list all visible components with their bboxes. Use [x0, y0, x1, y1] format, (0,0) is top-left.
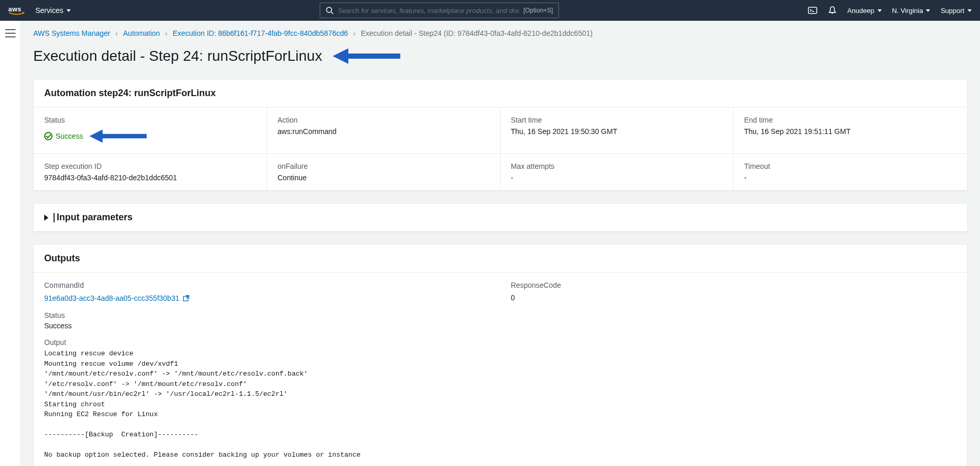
breadcrumb-link-systems-manager[interactable]: AWS Systems Manager: [33, 29, 110, 37]
start-time-cell: Start time Thu, 16 Sep 2021 19:50:30 GMT: [501, 108, 734, 154]
caret-down-icon: [926, 9, 930, 12]
input-parameters-title: Input parameters: [57, 212, 133, 223]
top-navigation: aws Services [Option+S] Anu: [0, 0, 980, 21]
annotation-arrow-icon: [333, 46, 400, 66]
onfailure-label: onFailure: [278, 162, 490, 170]
output-text-label: Output: [44, 338, 957, 347]
annotation-arrow-icon: [89, 127, 147, 145]
support-menu[interactable]: Support: [940, 7, 972, 15]
aws-logo-icon: aws: [8, 5, 27, 16]
hamburger-icon[interactable]: [5, 29, 16, 37]
commandid-link[interactable]: 91e6a0d3-acc3-4ad8-aa05-ccc355f30b31: [44, 294, 190, 302]
topnav-right: Anudeep N. Virginia Support: [808, 6, 972, 15]
step-execution-id-cell: Step execution ID 9784df43-0fa3-4afd-821…: [34, 154, 267, 190]
timeout-cell: Timeout -: [734, 154, 967, 190]
outputs-panel: Outputs CommandId 91e6a0d3-acc3-4ad8-aa0…: [33, 244, 968, 466]
breadcrumb: AWS Systems Manager › Automation › Execu…: [21, 21, 980, 42]
commandid-label: CommandId: [44, 281, 490, 289]
timeout-label: Timeout: [744, 162, 957, 170]
svg-line-2: [331, 12, 333, 14]
svg-text:aws: aws: [8, 6, 21, 13]
responsecode-label: ResponseCode: [511, 281, 957, 289]
output-text: Locating rescue device Mounting rescue v…: [44, 349, 957, 460]
svg-line-6: [186, 296, 189, 298]
search-box[interactable]: [Option+S]: [320, 3, 559, 18]
user-menu[interactable]: Anudeep: [847, 7, 882, 15]
breadcrumb-link-automation[interactable]: Automation: [123, 29, 160, 37]
status-value: Success: [44, 132, 83, 140]
outputs-header: Outputs: [34, 245, 967, 273]
chevron-right-icon: ›: [165, 29, 168, 37]
status-label: Status: [44, 116, 256, 124]
max-attempts-cell: Max attempts -: [501, 154, 734, 190]
page-layout: AWS Systems Manager › Automation › Execu…: [0, 21, 980, 466]
end-time-value: Thu, 16 Sep 2021 19:51:11 GMT: [744, 127, 957, 136]
search-shortcut: [Option+S]: [524, 7, 553, 14]
max-attempts-label: Max attempts: [511, 162, 723, 170]
chevron-right-icon: ›: [353, 29, 356, 37]
main-content: AWS Systems Manager › Automation › Execu…: [21, 21, 980, 466]
onfailure-cell: onFailure Continue: [267, 154, 501, 190]
chevron-right-icon: ›: [115, 29, 118, 37]
step-execution-id-label: Step execution ID: [44, 162, 256, 170]
caret-down-icon: [878, 9, 882, 12]
triangle-right-icon: [44, 215, 48, 221]
user-name: Anudeep: [847, 7, 874, 15]
responsecode-value: 0: [511, 294, 957, 302]
svg-point-1: [326, 7, 332, 12]
step-info-grid: Status Success Action: [34, 108, 967, 190]
external-link-icon: [182, 295, 190, 302]
search-input[interactable]: [338, 7, 519, 15]
search-container: [Option+S]: [320, 3, 559, 18]
page-title-row: Execution detail - Step 24: runScriptFor…: [21, 42, 980, 79]
support-label: Support: [940, 7, 964, 15]
outputs-grid: CommandId 91e6a0d3-acc3-4ad8-aa05-ccc355…: [34, 273, 967, 311]
success-check-icon: [44, 132, 53, 140]
output-status-value: Success: [44, 322, 957, 330]
status-cell: Status Success: [34, 108, 267, 154]
action-value: aws:runCommand: [278, 127, 490, 136]
sidebar-toggle-panel: [0, 21, 21, 466]
step-panel-title: Automation step24: runScriptForLinux: [44, 88, 957, 99]
output-section: Status Success Output Locating rescue de…: [34, 311, 967, 466]
cloudshell-icon[interactable]: [808, 6, 817, 15]
step-panel-header: Automation step24: runScriptForLinux: [34, 79, 967, 108]
start-time-label: Start time: [511, 116, 723, 124]
services-label: Services: [35, 6, 63, 15]
action-cell: Action aws:runCommand: [267, 108, 501, 154]
breadcrumb-link-execution-id[interactable]: Execution ID: 86b6f161-f717-4fab-9fcc-84…: [173, 29, 348, 37]
step-execution-id-value: 9784df43-0fa3-4afd-8210-de2b1ddc6501: [44, 174, 256, 182]
timeout-value: -: [744, 174, 957, 182]
input-parameters-panel: Input parameters: [33, 203, 968, 232]
commandid-cell: CommandId 91e6a0d3-acc3-4ad8-aa05-ccc355…: [34, 273, 501, 311]
search-icon: [325, 6, 334, 15]
outputs-title: Outputs: [44, 253, 957, 264]
action-label: Action: [278, 116, 490, 124]
output-status-block: Status Success: [44, 311, 957, 330]
output-text-block: Output Locating rescue device Mounting r…: [44, 338, 957, 460]
aws-logo[interactable]: aws: [8, 5, 27, 16]
onfailure-value: Continue: [278, 174, 490, 182]
input-parameters-toggle[interactable]: Input parameters: [34, 204, 967, 231]
responsecode-cell: ResponseCode 0: [501, 273, 968, 311]
caret-down-icon: [968, 9, 972, 12]
page-title: Execution detail - Step 24: runScriptFor…: [33, 48, 322, 64]
region-name: N. Virginia: [892, 7, 923, 15]
services-menu[interactable]: Services: [35, 6, 71, 15]
end-time-cell: End time Thu, 16 Sep 2021 19:51:11 GMT: [734, 108, 967, 154]
output-status-label: Status: [44, 311, 957, 319]
caret-down-icon: [67, 9, 71, 12]
end-time-label: End time: [744, 116, 957, 124]
svg-rect-3: [808, 7, 817, 14]
max-attempts-value: -: [511, 174, 723, 182]
region-menu[interactable]: N. Virginia: [892, 7, 931, 15]
step-panel: Automation step24: runScriptForLinux Sta…: [33, 79, 968, 191]
breadcrumb-current: Execution detail - Step24 (ID: 9784df43-…: [361, 29, 593, 37]
start-time-value: Thu, 16 Sep 2021 19:50:30 GMT: [511, 127, 723, 136]
notifications-icon[interactable]: [828, 6, 837, 15]
